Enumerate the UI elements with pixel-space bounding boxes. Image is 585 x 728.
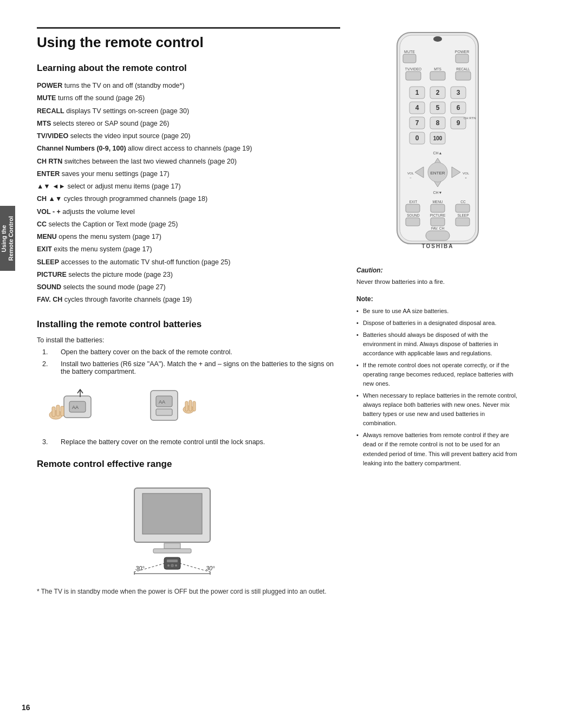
svg-text:ENTER: ENTER [430, 171, 445, 176]
key-label: FAV. CH [37, 296, 62, 303]
install-steps-cont: Replace the battery cover on the remote … [37, 438, 340, 446]
install-step: Open the battery cover on the back of th… [50, 348, 340, 356]
svg-text:CH RTN: CH RTN [464, 116, 476, 120]
svg-text:CH▼: CH▼ [433, 191, 442, 194]
list-item: CH RTN switches between the last two vie… [37, 156, 340, 167]
install-step: Replace the battery cover on the remote … [50, 438, 340, 446]
svg-text:2: 2 [436, 89, 440, 96]
svg-rect-17 [142, 493, 202, 534]
key-label: TV/VIDEO [37, 132, 68, 140]
svg-text:TV/VIDEO: TV/VIDEO [405, 67, 421, 71]
note-item: Be sure to use AA size batteries. [356, 307, 519, 316]
list-item: CH ▲▼ cycles through programmed channels… [37, 193, 340, 205]
svg-rect-91 [431, 218, 445, 226]
key-label: MUTE [37, 94, 56, 102]
svg-text:SOUND: SOUND [407, 213, 420, 217]
svg-text:3: 3 [457, 89, 460, 96]
svg-text:6: 6 [457, 104, 460, 112]
svg-rect-15 [193, 401, 196, 411]
key-label: Channel Numbers (0-9, 100) [37, 145, 126, 152]
side-tab: Using theRemote Control [0, 206, 15, 271]
svg-rect-94 [426, 231, 450, 240]
list-item: FAV. CH cycles through favorite channels… [37, 294, 340, 306]
install-steps: Open the battery cover on the back of th… [37, 348, 340, 375]
svg-point-3 [49, 411, 62, 419]
svg-rect-19 [153, 549, 191, 553]
svg-text:AA: AA [72, 405, 79, 410]
key-label: SLEEP [37, 258, 59, 266]
svg-rect-5 [56, 405, 60, 416]
list-item: MUTE turns off the sound (page 26) [37, 93, 340, 104]
svg-text:EXIT: EXIT [410, 200, 417, 204]
note-list: Be sure to use AA size batteries. Dispos… [356, 307, 519, 468]
battery-images: AA AA [48, 385, 340, 428]
list-item: TV/VIDEO selects the video input source … [37, 131, 340, 142]
remote-control-image: MUTE POWER TV/VIDEO MTS RECALL [384, 27, 492, 255]
battery-illustration-1: AA [48, 385, 113, 428]
note-title: Note: [356, 294, 519, 304]
svg-text:POWER: POWER [455, 50, 469, 54]
svg-rect-22 [164, 557, 180, 569]
key-label: PICTURE [37, 271, 67, 278]
svg-point-24 [171, 564, 174, 567]
list-item: Channel Numbers (0-9, 100) allow direct … [37, 143, 340, 154]
key-label: CC [37, 220, 47, 228]
svg-rect-14 [189, 400, 192, 411]
learning-heading: Learning about the remote control [37, 63, 340, 74]
list-item: VOL - + adjusts the volume level [37, 206, 340, 218]
svg-point-12 [183, 406, 194, 413]
svg-text:AA: AA [159, 399, 165, 405]
note-item: Dispose of batteries in a designated dis… [356, 318, 519, 328]
footnote: * The TV is in standby mode when the pow… [37, 588, 340, 595]
svg-text:FAV. CH: FAV. CH [431, 226, 445, 230]
svg-rect-23 [167, 560, 178, 562]
svg-text:MTS: MTS [434, 67, 441, 71]
list-item: SOUND selects the sound mode (page 27) [37, 282, 340, 293]
svg-point-35 [433, 36, 442, 42]
key-label: CH RTN [37, 158, 62, 165]
list-item: SLEEP accesses to the automatic TV shut-… [37, 257, 340, 268]
caution-title: Caution: [356, 265, 519, 275]
key-label: RECALL [37, 107, 64, 115]
svg-text:9: 9 [457, 119, 460, 127]
page-title: Using the remote control [37, 34, 340, 51]
note-box: Note: Be sure to use AA size batteries. … [356, 294, 519, 467]
list-item: PICTURE selects the picture mode (page 2… [37, 269, 340, 281]
right-column: MUTE POWER TV/VIDEO MTS RECALL [356, 27, 519, 706]
key-label: SOUND [37, 283, 61, 291]
svg-text:100: 100 [433, 135, 443, 141]
key-label: MTS [37, 120, 51, 127]
svg-text:7: 7 [415, 119, 419, 127]
installing-heading: Installing the remote control batteries [37, 319, 340, 330]
key-label: MENU [37, 233, 57, 240]
svg-rect-90 [406, 218, 420, 226]
svg-rect-84 [406, 204, 420, 212]
svg-text:30°: 30° [206, 565, 215, 571]
svg-text:5: 5 [436, 104, 440, 112]
learning-section: Learning about the remote control POWER … [37, 63, 340, 306]
list-item: RECALL displays TV settings on-screen (p… [37, 106, 340, 117]
svg-text:0: 0 [415, 134, 419, 142]
svg-text:VOL: VOL [407, 172, 414, 175]
range-image: 30° 30° 5m [37, 477, 340, 575]
svg-rect-6 [61, 406, 64, 416]
list-item: EXIT exits the menu system (page 17) [37, 244, 340, 255]
install-step: Install two batteries (R6 size "AA"). Ma… [50, 360, 340, 375]
list-item: MENU opens the menu system (page 17) [37, 231, 340, 243]
page-title-bar: Using the remote control [37, 27, 340, 51]
svg-text:CC: CC [460, 200, 466, 204]
main-content: Using the remote control Learning about … [15, 0, 585, 728]
svg-rect-85 [431, 204, 445, 212]
svg-text:MENU: MENU [432, 200, 443, 204]
svg-rect-44 [430, 72, 445, 80]
note-item: Batteries should always be disposed of w… [356, 330, 519, 358]
svg-text:MUTE: MUTE [404, 50, 415, 54]
range-section: Remote control effective range [37, 459, 340, 575]
list-item: ENTER saves your menu settings (page 17) [37, 168, 340, 180]
svg-rect-92 [456, 218, 470, 226]
svg-text:SLEEP: SLEEP [458, 213, 469, 217]
caution-text: Never throw batteries into a fire. [356, 277, 519, 287]
range-diagram: 30° 30° 5m [118, 477, 259, 575]
key-label: VOL - + [37, 208, 61, 216]
svg-text:+: + [465, 176, 467, 179]
